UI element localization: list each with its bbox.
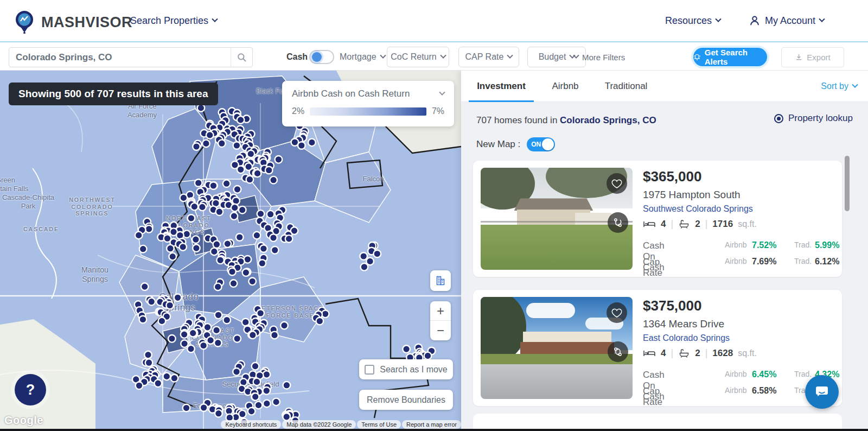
property-marker[interactable] (136, 382, 143, 390)
property-marker[interactable] (215, 410, 222, 417)
property-marker[interactable] (231, 204, 239, 212)
property-marker[interactable] (179, 243, 187, 251)
property-marker[interactable] (283, 382, 291, 389)
property-marker[interactable] (191, 203, 199, 211)
property-marker[interactable] (270, 234, 277, 242)
property-lookup-toggle[interactable]: Property lookup (774, 113, 853, 124)
more-filters[interactable]: More Filters (574, 43, 625, 71)
property-marker[interactable] (180, 194, 188, 202)
new-map-toggle[interactable]: ON (527, 137, 555, 151)
property-marker[interactable] (216, 257, 224, 264)
cap-rate-filter[interactable]: CAP Rate (458, 47, 519, 67)
property-marker[interactable] (213, 327, 220, 334)
property-marker[interactable] (197, 104, 205, 112)
property-marker[interactable] (158, 318, 166, 325)
property-marker[interactable] (230, 280, 238, 287)
property-marker[interactable] (206, 131, 214, 139)
property-marker[interactable] (181, 331, 188, 338)
property-marker[interactable] (234, 186, 241, 193)
help-button[interactable]: ? (15, 374, 46, 405)
property-marker[interactable] (263, 371, 271, 378)
map-canvas[interactable]: NORTHGATEAir Force AcademyBlack ForestFa… (0, 71, 461, 431)
property-marker[interactable] (139, 245, 147, 253)
property-marker[interactable] (169, 253, 176, 261)
property-marker[interactable] (223, 316, 231, 324)
property-marker[interactable] (202, 140, 210, 148)
property-marker[interactable] (155, 379, 162, 387)
property-marker[interactable] (267, 211, 275, 218)
property-marker[interactable] (248, 278, 256, 286)
property-marker[interactable] (218, 140, 226, 147)
property-marker[interactable] (200, 404, 208, 411)
property-marker[interactable] (249, 331, 257, 339)
property-marker[interactable] (233, 335, 241, 343)
get-search-alerts-button[interactable]: Get Search Alerts (693, 48, 767, 66)
property-marker[interactable] (374, 250, 381, 258)
compare-button[interactable] (608, 212, 628, 233)
property-marker[interactable] (215, 312, 222, 319)
property-marker[interactable] (252, 363, 259, 370)
property-marker[interactable] (275, 156, 283, 163)
property-marker[interactable] (424, 352, 432, 360)
property-marker[interactable] (246, 176, 254, 183)
property-marker[interactable] (272, 398, 280, 406)
property-marker[interactable] (253, 378, 261, 386)
mortgage-dropdown[interactable]: Mortgage (340, 43, 385, 71)
property-marker[interactable] (216, 208, 224, 216)
property-marker[interactable] (214, 283, 222, 291)
property-marker[interactable] (257, 210, 265, 218)
property-marker[interactable] (148, 298, 155, 306)
property-marker[interactable] (265, 167, 273, 174)
tab-traditional[interactable]: Traditional (598, 71, 654, 102)
property-marker[interactable] (270, 176, 277, 184)
terms-of-use-link[interactable]: Terms of Use (357, 420, 401, 429)
property-marker[interactable] (280, 322, 288, 329)
property-card[interactable]: $375,000 1364 Mears Drive East Colorado … (473, 290, 842, 406)
scrollbar-thumb[interactable] (845, 156, 850, 211)
property-marker[interactable] (255, 402, 263, 409)
property-marker[interactable] (214, 339, 222, 347)
property-marker[interactable] (139, 316, 147, 324)
nav-my-account[interactable]: My Account (749, 0, 824, 41)
property-marker[interactable] (253, 232, 261, 239)
keyboard-shortcuts-link[interactable]: Keyboard shortcuts (221, 420, 281, 429)
favorite-button[interactable] (607, 173, 627, 194)
property-marker[interactable] (163, 373, 171, 381)
property-marker[interactable] (167, 245, 174, 252)
property-marker[interactable] (316, 318, 324, 325)
property-marker[interactable] (233, 142, 241, 149)
report-map-error-link[interactable]: Report a map error (402, 420, 461, 429)
property-marker[interactable] (181, 340, 188, 347)
search-input[interactable] (9, 52, 231, 63)
property-card[interactable]: $365,000 1975 Hampton South Southwest Co… (473, 161, 842, 277)
tab-airbnb[interactable]: Airbnb (544, 71, 587, 102)
property-marker[interactable] (228, 268, 236, 276)
property-marker[interactable] (361, 263, 368, 271)
neighborhood-view-button[interactable] (430, 270, 451, 291)
property-marker[interactable] (168, 335, 176, 343)
cash-mortgage-toggle[interactable] (309, 50, 334, 64)
property-marker[interactable] (242, 269, 250, 276)
property-marker[interactable] (236, 233, 244, 241)
zoom-in-button[interactable]: + (430, 301, 451, 321)
property-marker[interactable] (298, 142, 305, 149)
property-marker[interactable] (145, 225, 153, 233)
search-button[interactable] (231, 48, 252, 67)
property-marker[interactable] (366, 258, 374, 265)
property-photo[interactable] (481, 297, 633, 399)
property-marker[interactable] (263, 400, 271, 408)
property-marker[interactable] (252, 393, 259, 401)
property-marker[interactable] (188, 214, 195, 222)
property-marker[interactable] (271, 332, 278, 339)
property-marker[interactable] (248, 408, 256, 415)
mashvisor-logo[interactable]: MASHVISOR (13, 10, 132, 35)
zoom-out-button[interactable]: − (430, 321, 451, 340)
property-marker[interactable] (260, 245, 267, 252)
property-neighborhood-link[interactable]: East Colorado Springs (643, 333, 730, 343)
property-marker[interactable] (166, 302, 174, 309)
property-marker[interactable] (207, 337, 214, 344)
property-marker[interactable] (403, 345, 410, 353)
property-marker[interactable] (200, 342, 207, 350)
compare-button[interactable] (608, 341, 628, 362)
favorite-button[interactable] (607, 302, 627, 323)
